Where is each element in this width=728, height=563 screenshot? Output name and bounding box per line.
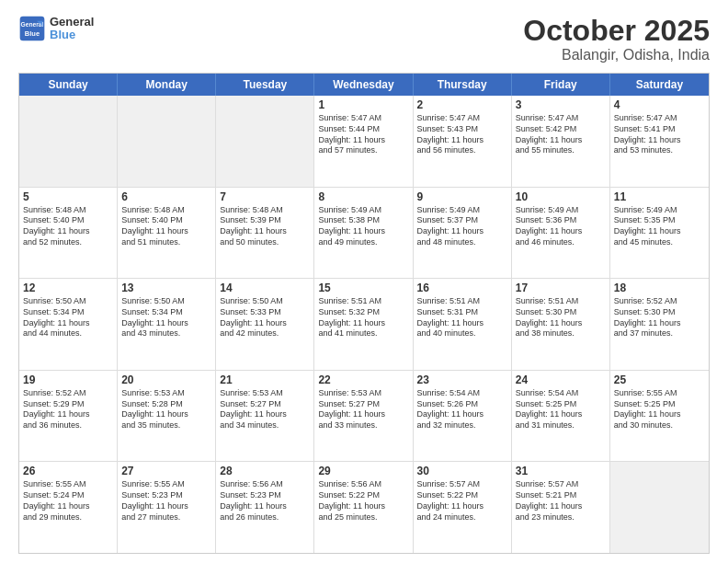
- calendar-cell: 20Sunrise: 5:53 AM Sunset: 5:28 PM Dayli…: [118, 371, 216, 462]
- cell-text: Sunrise: 5:49 AM Sunset: 5:35 PM Dayligh…: [614, 205, 705, 248]
- day-number: 23: [417, 373, 507, 386]
- cell-text: Sunrise: 5:51 AM Sunset: 5:31 PM Dayligh…: [417, 296, 507, 339]
- calendar-cell: 23Sunrise: 5:54 AM Sunset: 5:26 PM Dayli…: [414, 371, 512, 462]
- calendar-cell: 18Sunrise: 5:52 AM Sunset: 5:30 PM Dayli…: [610, 279, 709, 370]
- day-number: 8: [318, 190, 408, 203]
- calendar-cell: 19Sunrise: 5:52 AM Sunset: 5:29 PM Dayli…: [19, 371, 118, 462]
- calendar-cell: 15Sunrise: 5:51 AM Sunset: 5:32 PM Dayli…: [314, 279, 413, 370]
- logo-line1: General: [50, 16, 94, 29]
- page: General Blue General Blue October 2025 B…: [0, 0, 728, 563]
- cell-text: Sunrise: 5:48 AM Sunset: 5:40 PM Dayligh…: [23, 205, 113, 248]
- cell-text: Sunrise: 5:53 AM Sunset: 5:27 PM Dayligh…: [220, 388, 310, 431]
- cell-text: Sunrise: 5:54 AM Sunset: 5:25 PM Dayligh…: [516, 388, 606, 431]
- cell-text: Sunrise: 5:51 AM Sunset: 5:30 PM Dayligh…: [516, 296, 606, 339]
- cell-text: Sunrise: 5:55 AM Sunset: 5:25 PM Dayligh…: [614, 388, 705, 431]
- day-number: 20: [121, 373, 211, 386]
- day-number: 10: [516, 190, 606, 203]
- weekday-header: Monday: [118, 74, 216, 96]
- calendar-cell: 28Sunrise: 5:56 AM Sunset: 5:23 PM Dayli…: [216, 462, 314, 553]
- calendar-cell: 26Sunrise: 5:55 AM Sunset: 5:24 PM Dayli…: [19, 462, 118, 553]
- cell-text: Sunrise: 5:50 AM Sunset: 5:33 PM Dayligh…: [220, 296, 310, 339]
- day-number: 24: [516, 373, 606, 386]
- day-number: 31: [516, 465, 606, 477]
- day-number: 4: [614, 98, 705, 111]
- cell-text: Sunrise: 5:53 AM Sunset: 5:28 PM Dayligh…: [121, 388, 211, 431]
- calendar-subtitle: Balangir, Odisha, India: [523, 47, 710, 63]
- calendar-cell: 25Sunrise: 5:55 AM Sunset: 5:25 PM Dayli…: [610, 371, 709, 462]
- calendar-header: SundayMondayTuesdayWednesdayThursdayFrid…: [19, 74, 709, 96]
- day-number: 27: [121, 465, 211, 477]
- day-number: 16: [417, 282, 507, 294]
- cell-text: Sunrise: 5:55 AM Sunset: 5:23 PM Dayligh…: [121, 479, 211, 523]
- calendar-cell: 16Sunrise: 5:51 AM Sunset: 5:31 PM Dayli…: [414, 279, 512, 370]
- day-number: 14: [220, 282, 310, 294]
- day-number: 30: [417, 465, 507, 477]
- calendar-cell: 1Sunrise: 5:47 AM Sunset: 5:44 PM Daylig…: [314, 96, 413, 187]
- calendar-cell: [610, 462, 709, 553]
- day-number: 19: [23, 373, 113, 386]
- calendar-cell: 13Sunrise: 5:50 AM Sunset: 5:34 PM Dayli…: [118, 279, 216, 370]
- calendar-cell: 10Sunrise: 5:49 AM Sunset: 5:36 PM Dayli…: [512, 188, 610, 279]
- day-number: 26: [23, 465, 113, 477]
- calendar-cell: 4Sunrise: 5:47 AM Sunset: 5:41 PM Daylig…: [610, 96, 709, 187]
- weekday-header: Friday: [512, 74, 610, 96]
- calendar-row: 19Sunrise: 5:52 AM Sunset: 5:29 PM Dayli…: [19, 371, 709, 463]
- calendar-cell: 22Sunrise: 5:53 AM Sunset: 5:27 PM Dayli…: [314, 371, 413, 462]
- cell-text: Sunrise: 5:50 AM Sunset: 5:34 PM Dayligh…: [121, 296, 211, 339]
- calendar-cell: [118, 96, 216, 187]
- cell-text: Sunrise: 5:49 AM Sunset: 5:36 PM Dayligh…: [516, 205, 606, 248]
- calendar-cell: [216, 96, 314, 187]
- cell-text: Sunrise: 5:57 AM Sunset: 5:21 PM Dayligh…: [516, 479, 606, 523]
- title-block: October 2025 Balangir, Odisha, India: [523, 15, 710, 63]
- day-number: 21: [220, 373, 310, 386]
- cell-text: Sunrise: 5:55 AM Sunset: 5:24 PM Dayligh…: [23, 479, 113, 523]
- header: General Blue General Blue October 2025 B…: [18, 15, 710, 63]
- calendar-cell: 30Sunrise: 5:57 AM Sunset: 5:22 PM Dayli…: [414, 462, 512, 553]
- cell-text: Sunrise: 5:52 AM Sunset: 5:30 PM Dayligh…: [614, 296, 705, 339]
- calendar-cell: 27Sunrise: 5:55 AM Sunset: 5:23 PM Dayli…: [118, 462, 216, 553]
- calendar-row: 1Sunrise: 5:47 AM Sunset: 5:44 PM Daylig…: [19, 96, 709, 188]
- logo-icon: General Blue: [18, 15, 46, 42]
- day-number: 1: [318, 98, 408, 111]
- weekday-header: Thursday: [414, 74, 512, 96]
- logo-line2: Blue: [50, 29, 94, 41]
- cell-text: Sunrise: 5:53 AM Sunset: 5:27 PM Dayligh…: [318, 388, 408, 431]
- calendar-row: 26Sunrise: 5:55 AM Sunset: 5:24 PM Dayli…: [19, 462, 709, 553]
- weekday-header: Sunday: [19, 74, 118, 96]
- day-number: 2: [417, 98, 507, 111]
- calendar-cell: 24Sunrise: 5:54 AM Sunset: 5:25 PM Dayli…: [512, 371, 610, 462]
- day-number: 28: [220, 465, 310, 477]
- calendar-cell: 14Sunrise: 5:50 AM Sunset: 5:33 PM Dayli…: [216, 279, 314, 370]
- calendar-cell: 6Sunrise: 5:48 AM Sunset: 5:40 PM Daylig…: [118, 188, 216, 279]
- calendar-title: October 2025: [523, 15, 710, 47]
- calendar-cell: [19, 96, 118, 187]
- cell-text: Sunrise: 5:49 AM Sunset: 5:38 PM Dayligh…: [318, 205, 408, 248]
- calendar-cell: 29Sunrise: 5:56 AM Sunset: 5:22 PM Dayli…: [314, 462, 413, 553]
- day-number: 6: [121, 190, 211, 203]
- calendar-cell: 5Sunrise: 5:48 AM Sunset: 5:40 PM Daylig…: [19, 188, 118, 279]
- day-number: 9: [417, 190, 507, 203]
- cell-text: Sunrise: 5:52 AM Sunset: 5:29 PM Dayligh…: [23, 388, 113, 431]
- cell-text: Sunrise: 5:57 AM Sunset: 5:22 PM Dayligh…: [417, 479, 507, 523]
- cell-text: Sunrise: 5:47 AM Sunset: 5:42 PM Dayligh…: [516, 113, 606, 156]
- cell-text: Sunrise: 5:48 AM Sunset: 5:39 PM Dayligh…: [220, 205, 310, 248]
- cell-text: Sunrise: 5:56 AM Sunset: 5:22 PM Dayligh…: [318, 479, 408, 523]
- logo-text: General Blue: [50, 16, 94, 42]
- calendar-cell: 31Sunrise: 5:57 AM Sunset: 5:21 PM Dayli…: [512, 462, 610, 553]
- cell-text: Sunrise: 5:47 AM Sunset: 5:41 PM Dayligh…: [614, 113, 705, 156]
- calendar: SundayMondayTuesdayWednesdayThursdayFrid…: [18, 73, 710, 554]
- cell-text: Sunrise: 5:47 AM Sunset: 5:43 PM Dayligh…: [417, 113, 507, 156]
- cell-text: Sunrise: 5:47 AM Sunset: 5:44 PM Dayligh…: [318, 113, 408, 156]
- calendar-row: 12Sunrise: 5:50 AM Sunset: 5:34 PM Dayli…: [19, 279, 709, 371]
- day-number: 3: [516, 98, 606, 111]
- calendar-cell: 12Sunrise: 5:50 AM Sunset: 5:34 PM Dayli…: [19, 279, 118, 370]
- day-number: 17: [516, 282, 606, 294]
- day-number: 15: [318, 282, 408, 294]
- cell-text: Sunrise: 5:48 AM Sunset: 5:40 PM Dayligh…: [121, 205, 211, 248]
- day-number: 29: [318, 465, 408, 477]
- weekday-header: Wednesday: [314, 74, 413, 96]
- weekday-header: Tuesday: [216, 74, 314, 96]
- calendar-cell: 21Sunrise: 5:53 AM Sunset: 5:27 PM Dayli…: [216, 371, 314, 462]
- day-number: 11: [614, 190, 705, 203]
- day-number: 22: [318, 373, 408, 386]
